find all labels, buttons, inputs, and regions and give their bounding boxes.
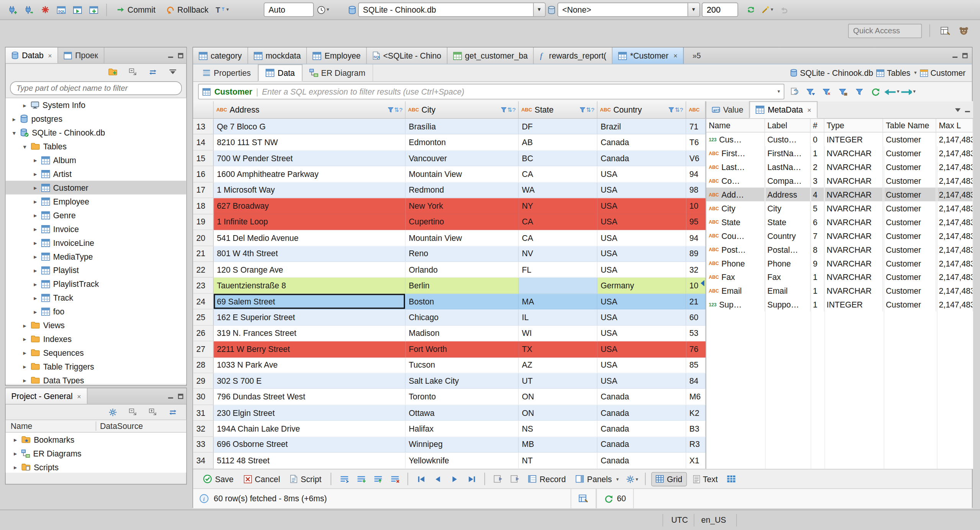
row-number[interactable]: 19 xyxy=(193,214,214,230)
tree-item-artist[interactable]: ▸Artist xyxy=(6,167,186,181)
grid-cell[interactable]: Toronto xyxy=(406,389,519,405)
column-header-country[interactable]: ABCCountry⇅? xyxy=(598,101,686,118)
metadata-row-state[interactable]: ABCStateState6NVARCHARCustomer2,147,483 xyxy=(706,215,973,229)
tree-item-employee[interactable]: ▸Employee xyxy=(6,195,186,208)
grid-cell[interactable]: 5112 48 Street xyxy=(214,453,405,469)
grid-cell[interactable]: Berlin xyxy=(406,278,519,294)
metadata-column-header-item[interactable]: # xyxy=(810,119,824,132)
expand-arrow-icon[interactable]: ▸ xyxy=(32,198,39,205)
tree-item-tables[interactable]: ▾Tables xyxy=(6,139,186,153)
grid-cell[interactable]: K2 xyxy=(686,405,706,421)
grid-cell[interactable]: 84 xyxy=(686,373,706,389)
grid-cell[interactable]: Mountain View xyxy=(406,167,519,183)
link-with-editor-icon[interactable] xyxy=(165,404,180,419)
column-header-city[interactable]: ABCCity⇅? xyxy=(406,101,519,118)
grid-cell[interactable]: Boston xyxy=(406,294,519,310)
grid-cell[interactable]: WA xyxy=(519,182,598,198)
metadata-row-custo[interactable]: 123Cus…Custo…0INTEGERCustomer2,147,483 xyxy=(706,132,973,146)
filter-dropdown-icon[interactable]: ▾ xyxy=(777,89,780,95)
grid-cell[interactable]: CA xyxy=(519,214,598,230)
expand-arrow-icon[interactable]: ▸ xyxy=(32,212,39,219)
quick-access-input[interactable] xyxy=(848,23,922,38)
grid-cell[interactable]: ON xyxy=(519,389,598,405)
grid-cell[interactable]: 53 xyxy=(686,326,706,342)
grid-cell[interactable]: 319 N. Frances Street xyxy=(214,326,405,342)
grid-cell[interactable]: 60 xyxy=(686,310,706,326)
subtab-er-diagram[interactable]: ER Diagram xyxy=(302,64,373,81)
delete-row-icon[interactable] xyxy=(388,472,402,486)
grid-cell[interactable]: AZ xyxy=(519,357,598,373)
grid-cell[interactable]: Brazil xyxy=(598,119,686,135)
column-header-name[interactable]: Name xyxy=(6,421,96,430)
close-icon[interactable]: × xyxy=(807,106,812,114)
maximize-icon[interactable] xyxy=(962,52,968,59)
results-back-icon[interactable]: ▾ xyxy=(884,84,899,99)
grid-cell[interactable]: 85 xyxy=(686,357,706,373)
expand-arrow-icon[interactable]: ▸ xyxy=(12,450,19,457)
editor-tab-category[interactable]: category xyxy=(193,47,248,64)
grid-cell[interactable]: 69 Salem Street xyxy=(214,294,405,310)
open-recent-sql-editor-icon[interactable] xyxy=(70,2,85,17)
previous-row-icon[interactable] xyxy=(431,472,445,486)
row-number[interactable]: 17 xyxy=(193,182,214,198)
grid-cell[interactable]: WI xyxy=(519,326,598,342)
expand-arrow-icon[interactable]: ▸ xyxy=(12,436,19,443)
database-combo-arrow-icon[interactable]: ▼ xyxy=(533,3,545,16)
undo-icon[interactable] xyxy=(776,2,791,17)
filter-sort-icon[interactable]: ⇅? xyxy=(668,106,683,113)
grid-cell[interactable]: 120 S Orange Ave xyxy=(214,262,405,278)
close-icon[interactable]: × xyxy=(673,52,678,60)
row-number[interactable]: 22 xyxy=(193,262,214,278)
grid-cell[interactable]: Fort Worth xyxy=(406,342,519,358)
metadata-row-lastna[interactable]: ABCLast…LastNa…2NVARCHARCustomer2,147,48… xyxy=(706,160,973,174)
dbeaver-perspective-icon[interactable] xyxy=(956,23,971,38)
grid-cell[interactable]: NS xyxy=(519,421,598,437)
open-perspective-icon[interactable] xyxy=(938,23,952,38)
grid-cell[interactable]: Canada xyxy=(598,389,686,405)
editor-tab-employee[interactable]: Employee xyxy=(307,47,367,64)
result-settings-icon[interactable]: ▾ xyxy=(625,472,640,486)
maximize-icon[interactable] xyxy=(178,52,184,58)
grid-cell[interactable]: Chicago xyxy=(406,310,519,326)
grid-cell[interactable]: 162 E Superior Street xyxy=(214,310,405,326)
filter-sort-icon[interactable]: ⇅? xyxy=(579,106,595,113)
filters-menu-icon[interactable] xyxy=(852,84,867,99)
grid-cell[interactable]: Tucson xyxy=(406,357,519,373)
collapse-all-icon[interactable] xyxy=(125,64,140,79)
editor-tab-mockdata[interactable]: mockdata xyxy=(248,47,307,64)
tree-item-system-info[interactable]: ▸System Info xyxy=(6,98,186,112)
grid-cell[interactable]: DF xyxy=(519,119,598,135)
navigator-filter-input[interactable] xyxy=(10,81,182,95)
grid-cell[interactable]: Orlando xyxy=(406,262,519,278)
auto-refresh-cell[interactable]: 60 xyxy=(596,489,634,509)
auto-commit-combo[interactable]: Auto xyxy=(263,3,314,17)
connect-database-icon[interactable] xyxy=(21,2,36,17)
commit-button[interactable]: Commit xyxy=(112,3,160,16)
timezone-indicator[interactable]: UTC xyxy=(671,515,688,524)
next-row-icon[interactable] xyxy=(448,472,462,486)
grid-cell[interactable]: Canada xyxy=(598,453,686,469)
tree-item-table-triggers[interactable]: ▸Table Triggers xyxy=(6,360,186,373)
sql-filter-box[interactable]: Customer | Enter a SQL expression to fil… xyxy=(198,84,784,100)
tree-item-data-types[interactable]: ▸Data Types xyxy=(6,373,186,384)
grid-cell[interactable]: NT xyxy=(519,453,598,469)
grid-cell[interactable]: Germany xyxy=(598,278,686,294)
minimize-icon[interactable] xyxy=(168,52,174,58)
tree-item-views[interactable]: ▸Views xyxy=(6,318,186,332)
grid-cell[interactable]: M6 xyxy=(686,389,706,405)
locale-indicator[interactable]: en_US xyxy=(701,515,726,524)
grid-cell[interactable]: Redmond xyxy=(406,182,519,198)
view-menu-icon[interactable] xyxy=(165,64,180,79)
expand-arrow-icon[interactable]: ▸ xyxy=(32,170,39,177)
sql-assist-icon[interactable]: ▾ xyxy=(760,2,775,17)
grid-cell[interactable]: AB xyxy=(519,135,598,151)
grid-cell[interactable]: 94 xyxy=(686,167,706,183)
subtab-properties[interactable]: Properties xyxy=(196,64,258,81)
grid-cell[interactable]: USA xyxy=(598,357,686,373)
metadata-column-header-table-name[interactable]: Table Name xyxy=(883,119,936,132)
collapse-arrow-icon[interactable]: ▾ xyxy=(21,143,28,150)
tree-item-customer[interactable]: ▸Customer xyxy=(6,181,186,195)
metadata-row-address[interactable]: ABCAdd…Address4NVARCHARCustomer2,147,483 xyxy=(706,188,973,201)
grid-cell[interactable]: 89 xyxy=(686,246,706,262)
grid-cell[interactable]: Canada xyxy=(598,405,686,421)
